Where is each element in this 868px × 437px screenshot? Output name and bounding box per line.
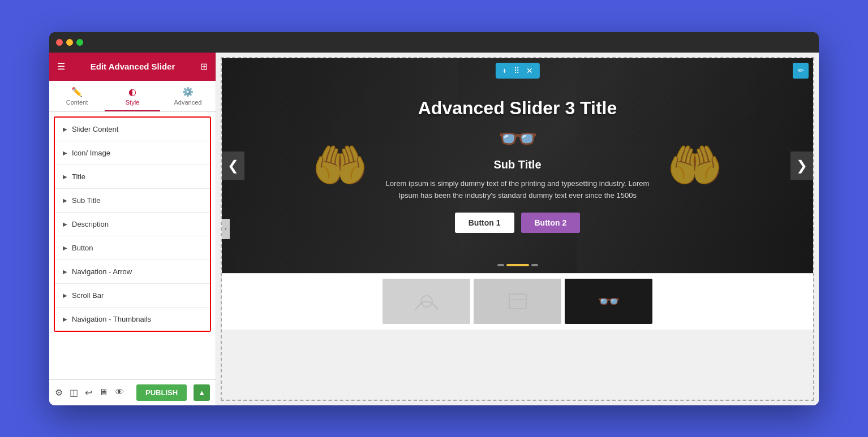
slider-content: Advanced Slider 3 Title 👓 Sub Title Lore… [222,58,813,273]
arrow-icon: ▶ [63,245,67,251]
accordion-label-sub-title: Sub Title [72,196,101,205]
accordion-navigation-arrow: ▶ Navigation - Arrow [55,260,210,284]
move-widget-button[interactable]: ⠿ [512,65,522,76]
accordion-title: ▶ Title [55,165,210,189]
sidebar-header: ☰ Edit Advanced Slider ⊞ [49,53,216,81]
thumb-1[interactable] [383,279,470,324]
tab-advanced-label: Advanced [174,99,202,106]
dot-1[interactable] [497,264,504,266]
arrow-icon: ▶ [63,316,67,322]
slider-main: 🤲 🤲 Advanced Slider 3 Title 👓 Sub Title … [222,58,813,273]
widget-toolbar: + ⠿ ✕ [495,63,539,79]
slider-subtitle: Sub Title [493,158,541,171]
accordion-header-scroll-bar[interactable]: ▶ Scroll Bar [55,284,210,307]
sidebar-tabs: ✏️ Content ◐ Style ⚙️ Advanced [49,81,216,112]
accordion-header-button[interactable]: ▶ Button [55,236,210,259]
accordion-slider-content: ▶ Slider Content [55,118,210,141]
accordion-container: ▶ Slider Content ▶ Icon/ Image ▶ T [54,116,211,332]
add-widget-button[interactable]: + [500,65,509,76]
slider-description: Lorem ipsum is simply dummy text of the … [376,178,659,202]
traffic-lights [56,39,83,46]
slider-buttons: Button 1 Button 2 [455,213,581,233]
accordion-sub-title: ▶ Sub Title [55,189,210,213]
accordion-label-button: Button [72,244,93,252]
slider-wrapper: 🤲 🤲 Advanced Slider 3 Title 👓 Sub Title … [222,58,813,400]
accordion-label-description: Description [72,220,109,228]
accordion-label-scroll-bar: Scroll Bar [72,291,104,300]
publish-button[interactable]: PUBLISH [136,384,187,401]
content-tab-icon: ✏️ [71,86,83,97]
accordion-header-navigation-arrow[interactable]: ▶ Navigation - Arrow [55,260,210,283]
accordion-icon-image: ▶ Icon/ Image [55,141,210,165]
grid-icon[interactable]: ⊞ [200,61,208,72]
tab-advanced[interactable]: ⚙️ Advanced [160,81,216,111]
close-widget-button[interactable]: ✕ [524,65,535,76]
accordion-navigation-thumbnails: ▶ Navigation - Thumbnails [55,308,210,331]
accordion-label-title: Title [72,172,85,181]
edit-widget-button[interactable]: ✏ [793,63,809,79]
arrow-icon: ▶ [63,221,67,227]
device-icon[interactable]: 🖥 [99,387,108,397]
arrow-icon: ▶ [63,197,67,204]
slider-button-1[interactable]: Button 1 [455,213,514,233]
slider-title: Advanced Slider 3 Title [418,98,617,119]
tab-content[interactable]: ✏️ Content [49,81,105,111]
style-tab-icon: ◐ [128,86,136,97]
accordion-header-slider-content[interactable]: ▶ Slider Content [55,118,210,141]
dot-3[interactable] [531,264,538,266]
accordion-label-icon-image: Icon/ Image [72,149,110,157]
accordion-label-navigation-thumbnails: Navigation - Thumbnails [72,315,151,323]
accordion-header-description[interactable]: ▶ Description [55,213,210,236]
nav-arrow-right[interactable]: ❯ [790,152,813,180]
settings-icon[interactable]: ⚙ [55,387,63,398]
close-traffic-light[interactable] [56,39,63,46]
accordion-header-sub-title[interactable]: ▶ Sub Title [55,189,210,212]
arrow-icon: ▶ [63,292,67,298]
hamburger-icon[interactable]: ☰ [57,61,65,72]
dot-2[interactable] [506,264,529,266]
slider-glasses-icon: 👓 [497,122,538,155]
main-content: + ⠿ ✕ ✏ ‹ 🤲 🤲 [216,53,819,405]
slider-dots [497,264,538,266]
accordion-scroll-bar: ▶ Scroll Bar [55,284,210,308]
arrow-icon: ▶ [63,126,67,132]
tab-style-label: Style [126,99,139,106]
sidebar-content: ▶ Slider Content ▶ Icon/ Image ▶ T [49,112,216,379]
sidebar: ☰ Edit Advanced Slider ⊞ ✏️ Content ◐ St… [49,53,216,405]
accordion-header-navigation-thumbnails[interactable]: ▶ Navigation - Thumbnails [55,308,210,331]
accordion-label-navigation-arrow: Navigation - Arrow [72,267,132,276]
slider-button-2[interactable]: Button 2 [521,213,581,233]
accordion-label-slider-content: Slider Content [72,125,118,133]
thumb-3[interactable]: 👓 [565,279,652,324]
slider-thumbnails: 👓 [222,273,813,330]
accordion-header-title[interactable]: ▶ Title [55,165,210,188]
arrow-icon: ▶ [63,150,67,156]
preview-icon[interactable]: 👁 [115,387,124,397]
svg-rect-1 [509,294,526,309]
titlebar [49,32,819,53]
arrow-icon: ▶ [63,174,67,180]
sidebar-title: Edit Advanced Slider [91,62,175,71]
publish-arrow-button[interactable]: ▲ [194,384,210,401]
history-icon[interactable]: ↩ [85,387,92,398]
accordion-header-icon-image[interactable]: ▶ Icon/ Image [55,141,210,165]
tab-content-label: Content [66,99,88,106]
maximize-traffic-light[interactable] [76,39,83,46]
app-window: ☰ Edit Advanced Slider ⊞ ✏️ Content ◐ St… [49,32,819,405]
accordion-button: ▶ Button [55,236,210,260]
app-body: ☰ Edit Advanced Slider ⊞ ✏️ Content ◐ St… [49,53,819,405]
advanced-tab-icon: ⚙️ [182,86,194,97]
widget-container: + ⠿ ✕ ✏ ‹ 🤲 🤲 [221,57,814,401]
layers-icon[interactable]: ◫ [70,387,78,398]
thumb-2[interactable] [474,279,561,324]
nav-arrow-left[interactable]: ❮ [222,152,244,180]
arrow-icon: ▶ [63,269,67,275]
collapse-button[interactable]: ‹ [222,219,230,239]
accordion-description: ▶ Description [55,213,210,236]
tab-style[interactable]: ◐ Style [105,81,160,111]
minimize-traffic-light[interactable] [66,39,73,46]
bottom-toolbar: ⚙ ◫ ↩ 🖥 👁 PUBLISH ▲ [49,379,216,405]
